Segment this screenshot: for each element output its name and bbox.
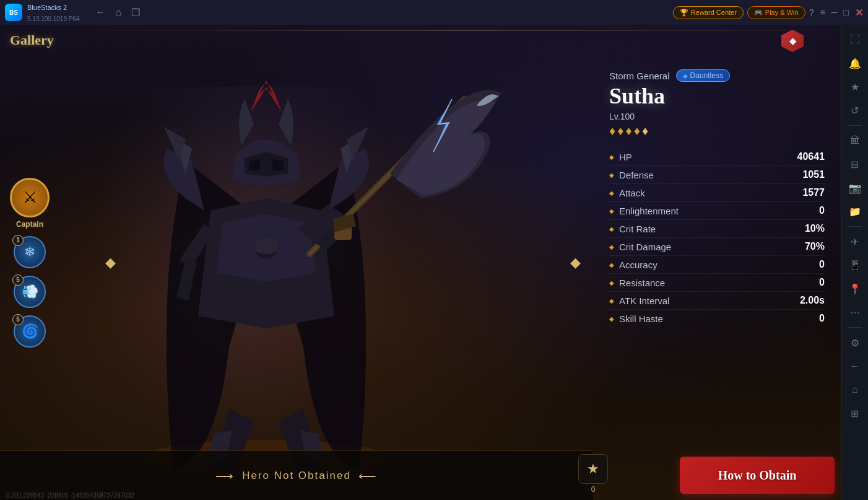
home-button[interactable]: ⌂	[112, 6, 126, 19]
reward-center-button[interactable]: 🏆 Reward Center	[673, 6, 744, 19]
captain-icon: ⚔	[10, 178, 50, 217]
stat-resistance: ◆ Resistance 0	[609, 274, 825, 292]
star-4: ♦	[634, 124, 640, 138]
sidebar-settings-icon[interactable]: ⚙	[845, 333, 865, 353]
stat-diamond-attack: ◆	[609, 190, 614, 196]
hamburger-icon[interactable]: ≡	[820, 7, 825, 17]
stat-name-crit-rate: Crit Rate	[619, 224, 656, 234]
skill-badge-3[interactable]: 5 🌀	[14, 315, 46, 348]
sidebar-airplane-icon[interactable]: ✈	[845, 232, 865, 252]
hero-level: Lv.100	[609, 112, 825, 121]
skill-badge-1[interactable]: 1 ❄	[14, 236, 46, 268]
stat-diamond-crit-damage: ◆	[609, 243, 614, 250]
stat-diamond-crit-rate: ◆	[609, 226, 614, 232]
sidebar-separator-2	[848, 226, 862, 227]
skill-level-3: 5	[12, 314, 24, 325]
captain-label: Captain	[16, 220, 43, 229]
sidebar-home-icon[interactable]: ⌂	[845, 380, 865, 400]
sidebar-building-icon[interactable]: 🏛	[845, 131, 865, 151]
stat-value-defense: 1051	[802, 169, 825, 180]
stat-diamond-skill-haste: ◆	[609, 315, 614, 322]
hero-type-label: Dauntless	[690, 71, 723, 80]
sidebar-star-icon[interactable]: ★	[845, 77, 865, 97]
stat-diamond-defense: ◆	[609, 172, 614, 178]
stat-diamond-hp: ◆	[609, 154, 614, 160]
stat-diamond-atk-interval: ◆	[609, 297, 614, 304]
stat-accuracy: ◆ Accuracy 0	[609, 256, 825, 274]
stat-name-enlightenment: Enlightenment	[619, 206, 679, 216]
stat-value-crit-rate: 10%	[805, 223, 825, 234]
close-icon[interactable]: ✕	[855, 7, 863, 19]
skill-level-2: 5	[12, 274, 24, 286]
skill-icon-1: ❄	[24, 244, 35, 260]
sidebar-separator-3	[848, 327, 862, 328]
sidebar-phone-icon[interactable]: 📱	[845, 255, 865, 275]
stat-name-accuracy: Accuracy	[619, 260, 658, 270]
stat-crit-damage: ◆ Crit Damage 70%	[609, 238, 825, 256]
captain-emblem: ⚔	[23, 188, 37, 207]
playnwin-icon: 🎮	[754, 9, 763, 17]
titlebar-nav: ← ⌂ ❐	[92, 6, 144, 20]
right-sidebar: ⛶ 🔔 ★ ↺ 🏛 ⊟ 📷 📁 ✈ 📱 📍 ⋯ ⚙ ← ⌂ ⊞	[841, 25, 868, 500]
stat-name-attack: Attack	[619, 188, 645, 198]
stat-defense: ◆ Defense 1051	[609, 166, 825, 184]
sidebar-fullscreen-icon[interactable]: ⛶	[845, 30, 865, 50]
stat-value-crit-damage: 70%	[805, 241, 825, 252]
stat-value-resistance: 0	[819, 277, 825, 288]
play-and-win-button[interactable]: 🎮 Play & Win	[747, 6, 805, 19]
stat-name-hp: HP	[619, 152, 632, 162]
star-5: ♦	[642, 124, 648, 138]
sidebar-back-icon[interactable]: ←	[845, 356, 865, 376]
app-name: BlueStacks 2 5.13.100.1019 P64	[27, 1, 80, 24]
sidebar-apps-icon[interactable]: ⊞	[845, 403, 865, 423]
windows-button[interactable]: ❐	[128, 6, 144, 20]
titlebar-right: 🏆 Reward Center 🎮 Play & Win ? ≡ ─ □ ✕	[673, 6, 863, 19]
sidebar-more-icon[interactable]: ⋯	[845, 302, 865, 322]
character-svg	[31, 37, 514, 483]
bluestacks-logo: BS	[5, 4, 22, 21]
skill-icon-2: 💨	[22, 284, 38, 300]
ability-panel: ⚔ Captain 1 ❄ 5 💨 5 🌀	[10, 178, 50, 348]
skill-level-1: 1	[12, 235, 24, 246]
sidebar-layers-icon[interactable]: ⊟	[845, 154, 865, 174]
hero-title-row: Storm General Dauntless	[609, 69, 825, 82]
deco-right: ⟵	[358, 468, 378, 483]
hero-not-obtained-text: ⟶ Hero Not Obtained ⟵	[215, 468, 378, 483]
nav-left[interactable]: ◆	[105, 255, 116, 271]
stat-hp: ◆ HP 40641	[609, 148, 825, 166]
stat-diamond-resistance: ◆	[609, 279, 614, 286]
sidebar-folder-icon[interactable]: 📁	[845, 201, 865, 221]
game-area: Gallery	[0, 25, 841, 500]
restore-icon[interactable]: □	[844, 7, 849, 17]
hero-type-badge: Dauntless	[676, 69, 730, 82]
stat-name-atk-interval: ATK Interval	[619, 296, 669, 306]
back-button[interactable]: ←	[92, 6, 110, 19]
stat-name-crit-damage: Crit Damage	[619, 242, 671, 252]
stat-value-hp: 40641	[797, 151, 825, 162]
skill-badge-2[interactable]: 5 💨	[14, 276, 46, 308]
title-bar: BS BlueStacks 2 5.13.100.1019 P64 ← ⌂ ❐ …	[0, 0, 868, 25]
sidebar-location-icon[interactable]: 📍	[845, 279, 865, 299]
obtain-button[interactable]: How to Obtain	[680, 457, 835, 494]
stats-panel: Storm General Dauntless Sutha Lv.100 ♦ ♦…	[599, 62, 835, 335]
minimize-icon[interactable]: ─	[831, 7, 838, 17]
sidebar-camera-icon[interactable]: 📷	[845, 178, 865, 198]
sidebar-refresh-icon[interactable]: ↺	[845, 100, 865, 120]
character-art	[31, 37, 514, 483]
captain-badge: ⚔ Captain	[10, 178, 50, 229]
stat-value-accuracy: 0	[819, 259, 825, 270]
help-icon[interactable]: ?	[809, 7, 814, 17]
sidebar-bell-icon[interactable]: 🔔	[845, 53, 865, 73]
skill-icon-3: 🌀	[22, 323, 38, 340]
titlebar-left: BS BlueStacks 2 5.13.100.1019 P64 ← ⌂ ❐	[5, 1, 144, 24]
hero-name: Sutha	[609, 83, 825, 109]
star-2: ♦	[617, 124, 623, 138]
favorite-area: ★ 0	[578, 454, 608, 494]
stat-name-skill-haste: Skill Haste	[619, 314, 663, 324]
favorite-count: 0	[591, 485, 596, 494]
stat-enlightenment: ◆ Enlightenment 0	[609, 202, 825, 220]
nav-right[interactable]: ◆	[570, 255, 581, 271]
window-controls: ? ≡ ─ □ ✕	[809, 7, 863, 19]
favorite-button[interactable]: ★	[578, 454, 608, 484]
stat-name-resistance: Resistance	[619, 278, 665, 288]
